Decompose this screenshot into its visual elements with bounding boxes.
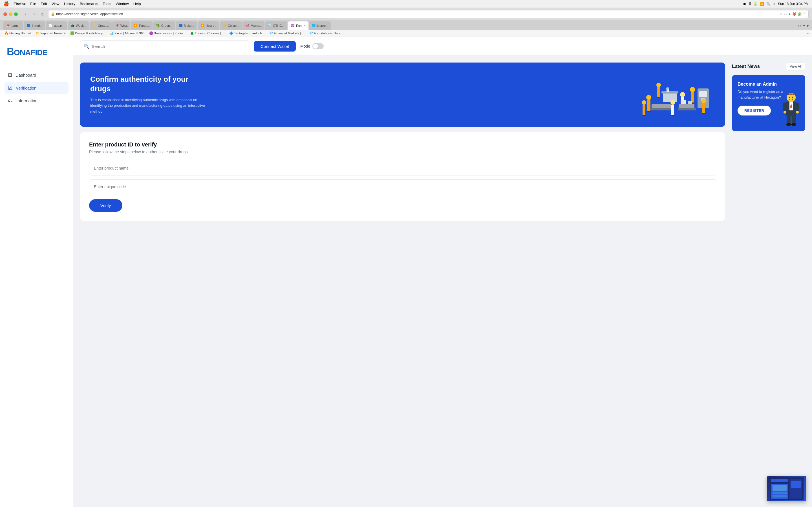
- menu-history[interactable]: History: [64, 2, 75, 6]
- tab-favicon-creati: ⚡: [93, 24, 96, 27]
- tab-what[interactable]: 📌 What: [112, 21, 131, 30]
- svg-rect-32: [702, 103, 705, 113]
- tab-list-btn[interactable]: ▾: [807, 24, 809, 28]
- tab-master[interactable]: 🎯 Maste...: [243, 21, 264, 30]
- back-btn[interactable]: ‹: [22, 11, 29, 17]
- svg-rect-14: [691, 92, 694, 103]
- tab-ibuprofen[interactable]: 🌐 ibupro...: [309, 21, 331, 30]
- register-button[interactable]: REGISTER: [738, 106, 771, 115]
- bookmarks-overflow-btn[interactable]: »: [806, 31, 809, 36]
- address-bar[interactable]: 🔒 https://hexagon-sigma.vercel.app/verif…: [48, 10, 809, 18]
- latest-news-header: Latest News View All: [732, 62, 805, 70]
- tab-green[interactable]: 🌿 Green...: [153, 21, 175, 30]
- right-panel: Latest News View All Become an Admin Do …: [732, 62, 805, 504]
- svg-rect-20: [643, 105, 645, 115]
- menu-edit[interactable]: Edit: [41, 2, 47, 6]
- tab-collab[interactable]: 🤝 Collab...: [220, 21, 242, 30]
- sidebar-item-information[interactable]: 🗂 Information: [4, 95, 68, 107]
- menu-view[interactable]: View: [52, 2, 59, 6]
- search-menu-icon[interactable]: 🔍: [766, 2, 770, 6]
- admin-card: Become an Admin Do you want to register …: [732, 75, 805, 131]
- svg-point-47: [792, 97, 793, 98]
- tab-label-make: Make...: [184, 24, 194, 27]
- bookmark-kotlin[interactable]: 🟣 Basic syntax | Kotlin...: [148, 31, 187, 36]
- tab-close-react[interactable]: ✕: [303, 24, 306, 27]
- tab-panel[interactable]: ▶️ Panel...: [131, 21, 152, 30]
- sidebar-item-dashboard[interactable]: ⊞ Dashboard: [4, 69, 68, 81]
- apple-menu[interactable]: 🍎: [3, 1, 9, 6]
- admin-person-svg: [780, 92, 802, 126]
- app-name[interactable]: Firefox: [13, 2, 26, 6]
- tab-label-collab: Collab...: [228, 24, 239, 27]
- extensions-icon[interactable]: 🧩: [798, 12, 802, 16]
- tab-week[interactable]: 📺 Week...: [68, 21, 89, 30]
- tab-favicon-react: ⚛️: [291, 24, 295, 27]
- unique-code-input[interactable]: [89, 179, 716, 194]
- svg-rect-52: [772, 485, 786, 491]
- svg-rect-49: [771, 479, 788, 482]
- mode-section: Mode: [300, 43, 324, 49]
- bookmark-getting-started[interactable]: 🔥 Getting Started: [3, 31, 32, 36]
- toggle-knob: [313, 44, 318, 49]
- iso-scene-svg: [636, 71, 715, 117]
- forward-btn[interactable]: ›: [31, 11, 38, 17]
- close-window-btn[interactable]: [3, 12, 7, 16]
- tab-creati[interactable]: ⚡ Creati...: [90, 21, 112, 30]
- bookmark-teritage[interactable]: 🔷 Teritage's board - A...: [228, 31, 266, 36]
- hamburger-menu-icon[interactable]: ☰: [803, 12, 806, 16]
- svg-rect-4: [657, 87, 660, 97]
- search-input[interactable]: [92, 44, 246, 49]
- svg-rect-22: [650, 108, 673, 110]
- admin-card-title: Become an Admin: [738, 82, 800, 87]
- tab-app[interactable]: 📄 app.p...: [46, 21, 67, 30]
- refresh-btn[interactable]: ↻: [39, 11, 46, 17]
- logo: BONAFIDE: [4, 44, 68, 60]
- tab-ethg[interactable]: 💎 ETHG...: [265, 21, 287, 30]
- svg-rect-54: [772, 495, 786, 497]
- tab-react[interactable]: ⚛️ Re× ✕: [288, 21, 308, 30]
- product-name-input[interactable]: [89, 161, 716, 175]
- menu-file[interactable]: File: [30, 2, 36, 6]
- connect-wallet-button[interactable]: Connect Wallet: [254, 41, 296, 52]
- browser-chrome: ‹ › ↻ 🔒 https://hexagon-sigma.vercel.app…: [0, 8, 812, 37]
- svg-rect-55: [791, 481, 801, 488]
- svg-rect-23: [652, 104, 671, 108]
- search-box[interactable]: 🔍: [80, 40, 249, 52]
- tab-favicon-what: 📌: [115, 24, 119, 27]
- sidebar: BONAFIDE ⊞ Dashboard ☑ Verification 🗂 In…: [0, 37, 73, 507]
- svg-rect-30: [688, 101, 692, 104]
- menu-window[interactable]: Window: [116, 2, 129, 6]
- bookmark-imported-ie[interactable]: 📁 Imported From IE: [35, 31, 66, 36]
- mode-toggle[interactable]: [312, 43, 324, 49]
- bookmark-label-training: Training Courses | ...: [195, 32, 225, 35]
- menu-help[interactable]: Help: [133, 2, 141, 6]
- svg-point-21: [642, 100, 646, 105]
- menu-bookmarks[interactable]: Bookmarks: [80, 2, 98, 6]
- next-tabs-icon[interactable]: ›: [800, 24, 802, 28]
- bookmark-design[interactable]: 🟩 Design & validate y...: [69, 31, 106, 36]
- new-tab-btn[interactable]: +: [802, 23, 806, 29]
- bookmark-excel[interactable]: 📊 Excel | Microsoft 365: [109, 31, 146, 36]
- svg-point-5: [656, 83, 661, 87]
- dashboard-icon: ⊞: [8, 72, 12, 78]
- prev-tabs-icon[interactable]: ‹: [798, 24, 799, 28]
- controlcenter-icon[interactable]: ⊞: [773, 2, 776, 6]
- maximize-window-btn[interactable]: [14, 12, 18, 16]
- bookmark-label-kotlin: Basic syntax | Kotlin...: [154, 32, 186, 35]
- download-icon[interactable]: ⬇: [788, 12, 791, 16]
- bookmark-foundations[interactable]: 💎 Foundations: Data, ...: [308, 31, 346, 36]
- tab-how[interactable]: ▶️ How t...: [198, 21, 219, 30]
- tab-label-ethg: ETHG...: [273, 24, 285, 27]
- bookmark-label-imported-ie: Imported From IE: [40, 32, 65, 35]
- tab-introd[interactable]: 🟦 Introd...: [24, 21, 45, 30]
- bookmark-financial[interactable]: 💎 Financial Markets | ...: [268, 31, 306, 36]
- sidebar-item-verification[interactable]: ☑ Verification: [4, 82, 68, 94]
- verify-button[interactable]: Verify: [89, 199, 122, 212]
- tab-earn[interactable]: 🦊 earn...: [3, 21, 23, 30]
- minimize-window-btn[interactable]: [9, 12, 12, 16]
- bookmark-star-icon[interactable]: ☆: [779, 12, 783, 16]
- tab-make[interactable]: 🟦 Make...: [176, 21, 197, 30]
- menu-tools[interactable]: Tools: [103, 2, 111, 6]
- bookmark-training[interactable]: 🌲 Training Courses | ...: [189, 31, 226, 36]
- view-all-button[interactable]: View All: [786, 62, 805, 70]
